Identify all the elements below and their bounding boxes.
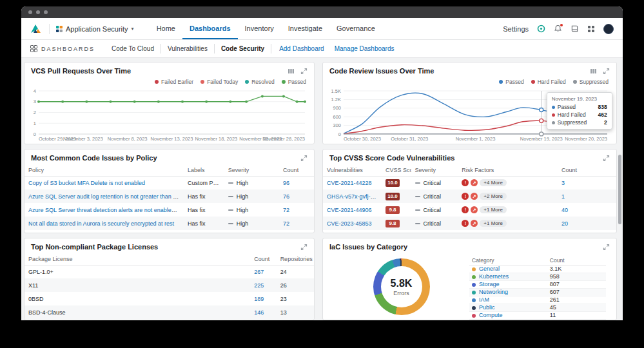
count-link[interactable]: 72: [283, 220, 289, 227]
expand-icon[interactable]: [603, 68, 610, 75]
vulnerabilities-table: VulnerabilitiesCVSS ScoreSeverityRisk Fa…: [323, 164, 616, 230]
policy-link[interactable]: Azure SQL Server audit log retention is …: [28, 193, 184, 200]
risk-factor-icon[interactable]: !: [462, 220, 469, 227]
legend-item[interactable]: Passed: [282, 79, 306, 85]
docs-book-icon[interactable]: [571, 24, 579, 33]
count-link[interactable]: 40: [561, 207, 568, 213]
tab-vulnerabilities[interactable]: Vulnerabilities: [161, 44, 215, 53]
count-link[interactable]: 225: [254, 282, 264, 289]
policy-link[interactable]: Copy of S3 bucket MFA Delete is not enab…: [28, 180, 145, 186]
module-switcher[interactable]: Application Security ▾: [56, 25, 134, 33]
category-link[interactable]: General: [479, 266, 500, 272]
legend-item[interactable]: Hard Failed: [531, 79, 566, 85]
category-link[interactable]: Storage: [479, 281, 500, 287]
severity-cell: Critical: [411, 176, 458, 189]
nav-item-inventory[interactable]: Inventory: [238, 18, 281, 39]
legend-row: Compute11: [469, 311, 606, 319]
dashboards-subnav: DASHBOARDS Code To CloudVulnerabilitiesC…: [21, 40, 623, 58]
usage-meter-icon[interactable]: [537, 24, 545, 33]
more-risk-factors-pill[interactable]: +4 More: [480, 179, 507, 186]
brand-logo[interactable]: [30, 24, 41, 34]
legend-item[interactable]: Failed Today: [200, 79, 238, 85]
user-avatar[interactable]: [603, 24, 614, 34]
card-vcs-pull-requests: VCS Pull Requests Over Time Failed Earli…: [24, 62, 315, 144]
column-header: Count: [279, 164, 314, 176]
window-zoom-icon[interactable]: [44, 10, 48, 14]
count-link[interactable]: 72: [283, 207, 289, 213]
svg-text:October 30, 2023: October 30, 2023: [344, 136, 381, 142]
expand-icon[interactable]: [300, 68, 307, 75]
more-risk-factors-pill[interactable]: +2 More: [480, 193, 507, 200]
vulnerability-link[interactable]: CVE-2021-44228: [327, 180, 372, 186]
count-link[interactable]: 189: [254, 296, 264, 302]
manage-dashboards-link[interactable]: Manage Dashboards: [335, 45, 395, 52]
category-dot: [472, 267, 476, 271]
count-link[interactable]: 96: [283, 180, 289, 186]
risk-factor-icon[interactable]: ↗: [471, 193, 478, 200]
table-row: CVE-2021-449069.8Critical!↗+1 More40: [323, 203, 616, 217]
apps-grid-icon[interactable]: [587, 25, 595, 33]
count-link[interactable]: 267: [254, 269, 264, 275]
risk-factor-icon[interactable]: ↗: [471, 220, 478, 227]
legend-dot: [573, 80, 577, 84]
notifications-bell-icon[interactable]: [554, 24, 562, 33]
column-header: Category: [469, 256, 547, 265]
add-dashboard-link[interactable]: Add Dashboard: [279, 45, 324, 52]
window-close-icon[interactable]: [28, 10, 32, 14]
category-link[interactable]: Public: [479, 304, 495, 311]
category-link[interactable]: IAM: [479, 296, 489, 303]
category-link[interactable]: Kubernetes: [479, 273, 509, 280]
legend-dot: [155, 80, 159, 84]
svg-text:November 18, 2023: November 18, 2023: [195, 136, 237, 142]
nav-item-dashboards[interactable]: Dashboards: [182, 18, 238, 39]
nav-item-home[interactable]: Home: [150, 18, 182, 39]
vertical-scrollbar-thumb[interactable]: [618, 155, 621, 224]
category-link[interactable]: Compute: [479, 312, 503, 318]
vulnerability-link[interactable]: CVE-2021-44906: [327, 207, 372, 213]
risk-factor-icon[interactable]: !: [462, 193, 469, 200]
expand-icon[interactable]: [300, 155, 307, 162]
legend-item[interactable]: Resolved: [245, 79, 274, 85]
category-link[interactable]: Networking: [479, 289, 508, 295]
policy-link[interactable]: Not all data stored in Aurora is securel…: [28, 220, 174, 227]
window-minimize-icon[interactable]: [36, 10, 40, 14]
nav-item-governance[interactable]: Governance: [329, 18, 382, 39]
svg-text:300: 300: [333, 122, 341, 128]
vcs-line-chart[interactable]: 01234October 29, 2023November 3, 2023Nov…: [28, 88, 310, 142]
count-link[interactable]: 1: [561, 193, 565, 200]
more-risk-factors-pill[interactable]: +1 More: [480, 206, 507, 213]
vulnerability-link[interactable]: CVE-2023-45853: [327, 220, 372, 227]
risk-factor-icon[interactable]: !: [462, 206, 469, 213]
iac-donut-chart[interactable]: 5.8K Errors: [373, 258, 430, 315]
risk-factor-icon[interactable]: ↗: [471, 179, 478, 186]
policy-link[interactable]: Azure SQL Server threat detection alerts…: [28, 207, 184, 213]
legend-item[interactable]: Failed Earlier: [155, 79, 193, 85]
risk-factor-icon[interactable]: !: [462, 179, 469, 186]
donut-total-label: Errors: [393, 290, 409, 296]
repositories-cell: 24: [277, 265, 314, 278]
vulnerability-link[interactable]: GHSA-v57x-gvfj-484q: [327, 193, 382, 200]
labels-cell: Has fix: [184, 189, 224, 203]
tab-code-to-cloud[interactable]: Code To Cloud: [105, 44, 161, 53]
legend-item[interactable]: Suppressed: [573, 79, 609, 85]
nav-item-investigate[interactable]: Investigate: [281, 18, 329, 39]
count-cell: 3: [558, 176, 616, 189]
count-cell: 45: [547, 304, 606, 311]
expand-icon[interactable]: [300, 244, 307, 251]
risk-factor-icon[interactable]: ↗: [471, 206, 478, 213]
columns-icon[interactable]: [590, 68, 597, 75]
tab-code-security[interactable]: Code Security: [215, 44, 271, 53]
expand-icon[interactable]: [603, 155, 610, 162]
donut-total: 5.8K: [391, 278, 413, 289]
count-link[interactable]: 76: [283, 193, 289, 200]
count-link[interactable]: 146: [254, 309, 264, 316]
expand-icon[interactable]: [603, 244, 610, 251]
window-titlebar[interactable]: [21, 6, 623, 18]
columns-icon[interactable]: [288, 68, 295, 75]
count-link[interactable]: 3: [561, 180, 565, 186]
count-link[interactable]: 20: [561, 220, 568, 227]
settings-link[interactable]: Settings: [503, 25, 529, 33]
category-cell: Networking: [469, 288, 547, 296]
legend-item[interactable]: Passed: [499, 79, 523, 85]
more-risk-factors-pill[interactable]: +1 More: [480, 220, 507, 227]
